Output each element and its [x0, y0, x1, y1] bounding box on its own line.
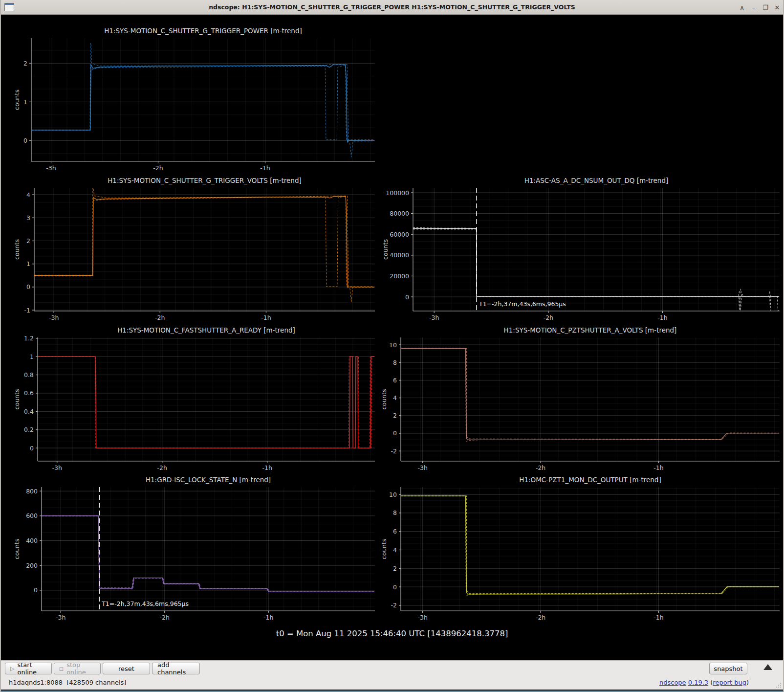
ndscope-window: ndscope: H1:SYS-MOTION_C_SHUTTER_G_TRIGG…: [0, 0, 784, 692]
about-links: ndscope 0.19.3 (report bug): [659, 679, 749, 686]
y-axis-label: counts: [13, 239, 21, 260]
x-tick-label: -2h: [536, 464, 545, 471]
shade-button[interactable]: ∧: [736, 0, 748, 15]
y-axis-label: counts: [13, 389, 21, 410]
window-icon: [4, 3, 14, 11]
plot-omc-pzt1[interactable]: -20246810-3h-2h-1hH1:OMC-PZT1_MON_DC_OUT…: [380, 476, 780, 621]
x-tick-label: -3h: [46, 164, 56, 172]
x-tick-label: -1h: [260, 164, 270, 172]
y-tick-label: 0.6: [24, 389, 34, 397]
y-tick-label: 1: [23, 98, 27, 106]
max-trace: [31, 43, 374, 139]
stop-online-button[interactable]: ◻ stop online: [54, 663, 101, 674]
y-tick-label: 0: [30, 445, 34, 452]
min-trace: [38, 357, 374, 448]
y-tick-label: 80000: [390, 210, 409, 217]
plots-canvas[interactable]: 012-3h-2h-1hH1:SYS-MOTION_C_SHUTTER_G_TR…: [1, 15, 783, 660]
stop-online-label: stop online: [66, 661, 95, 676]
y-tick-label: 0: [393, 429, 397, 437]
x-tick-label: -1h: [657, 314, 667, 321]
y-tick-label: 0: [393, 583, 397, 591]
y-tick-label: 200: [26, 562, 38, 569]
x-tick-label: -3h: [417, 464, 427, 471]
y-tick-label: 0: [26, 283, 30, 290]
min-trace: [34, 197, 374, 302]
y-axis-label: counts: [382, 239, 389, 260]
paren-open: (: [708, 679, 713, 686]
y-tick-label: 10: [389, 491, 397, 498]
y-tick-label: 600: [26, 512, 38, 519]
y-tick-label: 20000: [390, 272, 409, 280]
mean-trace: [413, 228, 779, 296]
x-tick-label: -2h: [536, 614, 545, 621]
max-trace: [42, 515, 374, 592]
mean-trace: [401, 348, 779, 440]
add-channels-button[interactable]: add channels: [152, 663, 200, 674]
x-tick-label: -2h: [544, 314, 553, 321]
t1-cursor-label: T1=-2h,37m,43s,6ms,965µs: [101, 600, 189, 607]
x-tick-label: -1h: [653, 464, 663, 471]
x-tick-label: -1h: [263, 614, 273, 621]
x-tick-label: -3h: [417, 614, 427, 621]
y-tick-label: 100000: [386, 189, 409, 197]
y-tick-label: 800: [26, 488, 38, 495]
y-tick-label: -1: [24, 307, 30, 314]
minimize-button[interactable]: –: [748, 0, 760, 15]
plot-pztshutter-volts[interactable]: -20246810-3h-2h-1hH1:SYS-MOTION_C_PZTSHU…: [380, 326, 780, 471]
y-tick-label: 0: [34, 586, 38, 594]
plot-trigger-power[interactable]: 012-3h-2h-1hH1:SYS-MOTION_C_SHUTTER_G_TR…: [13, 27, 375, 172]
max-trace: [401, 348, 779, 439]
y-tick-label: -2: [391, 602, 397, 609]
resize-grip[interactable]: [776, 682, 782, 688]
plot-title: H1:SYS-MOTION_C_PZTSHUTTER_A_VOLTS [m-tr…: [504, 326, 677, 334]
plot-grid[interactable]: 012-3h-2h-1hH1:SYS-MOTION_C_SHUTTER_G_TR…: [1, 15, 783, 660]
y-tick-label: 1.2: [24, 335, 34, 342]
x-tick-label: -2h: [157, 464, 167, 471]
plot-fastshutter-ready[interactable]: 00.20.40.60.811.2-3h-2h-1hH1:SYS-MOTION_…: [13, 326, 375, 471]
x-tick-label: -1h: [262, 464, 272, 471]
maximize-button[interactable]: ❐: [760, 0, 771, 15]
y-tick-label: 1: [26, 260, 30, 268]
close-button[interactable]: ✕: [771, 0, 783, 15]
plot-title: H1:ASC-AS_A_DC_NSUM_OUT_DQ [m-trend]: [524, 177, 669, 184]
title-bar[interactable]: ndscope: H1:SYS-MOTION_C_SHUTTER_G_TRIGG…: [1, 0, 783, 15]
expand-panel-arrow[interactable]: [763, 664, 772, 670]
x-tick-label: -1h: [261, 314, 271, 321]
report-bug-link[interactable]: report bug: [713, 679, 746, 686]
start-online-button[interactable]: ▷ start online: [5, 663, 52, 674]
y-tick-label: 4: [26, 191, 30, 199]
plot-grd-isc-lock-state[interactable]: 0200400600800-3h-2h-1hH1:GRD-ISC_LOCK_ST…: [13, 476, 375, 621]
plot-asc-nsum[interactable]: 020000400006000080000100000-3h-2h-1hH1:A…: [382, 177, 780, 321]
y-tick-label: 2: [393, 412, 397, 419]
snapshot-button[interactable]: snapshot: [709, 663, 747, 674]
y-tick-label: 40000: [390, 251, 409, 259]
x-tick-label: -3h: [52, 464, 62, 471]
y-tick-label: 2: [26, 237, 30, 245]
x-tick-label: -3h: [49, 314, 59, 321]
x-tick-label: -2h: [155, 314, 165, 321]
y-tick-label: 0: [23, 137, 27, 144]
plot-trigger-volts[interactable]: -101234-3h-2h-1hH1:SYS-MOTION_C_SHUTTER_…: [13, 177, 375, 321]
y-axis-label: counts: [380, 539, 388, 559]
max-trace: [38, 357, 374, 448]
bottom-toolbar: ▷ start online ◻ stop online reset add c…: [1, 660, 783, 676]
reset-button[interactable]: reset: [103, 663, 150, 674]
version-link[interactable]: 0.19.3: [688, 679, 708, 686]
x-tick-label: -2h: [153, 164, 163, 172]
y-tick-label: 6: [393, 528, 397, 535]
mean-trace: [401, 496, 779, 594]
plot-title: H1:SYS-MOTION_C_SHUTTER_G_TRIGGER_VOLTS …: [108, 177, 302, 184]
y-tick-label: 2: [393, 565, 397, 572]
y-tick-label: 8: [393, 509, 397, 516]
window-title: ndscope: H1:SYS-MOTION_C_SHUTTER_G_TRIGG…: [1, 3, 783, 11]
x-tick-label: -2h: [160, 614, 170, 621]
y-tick-label: 0.8: [24, 371, 34, 379]
y-tick-label: 400: [26, 537, 38, 544]
min-trace: [42, 516, 374, 592]
ndscope-link[interactable]: ndscope: [659, 679, 686, 686]
y-tick-label: 0: [405, 293, 409, 301]
snapshot-label: snapshot: [714, 665, 742, 672]
min-trace: [401, 496, 779, 596]
x-tick-label: -3h: [56, 614, 65, 621]
stop-icon: ◻: [59, 666, 64, 672]
